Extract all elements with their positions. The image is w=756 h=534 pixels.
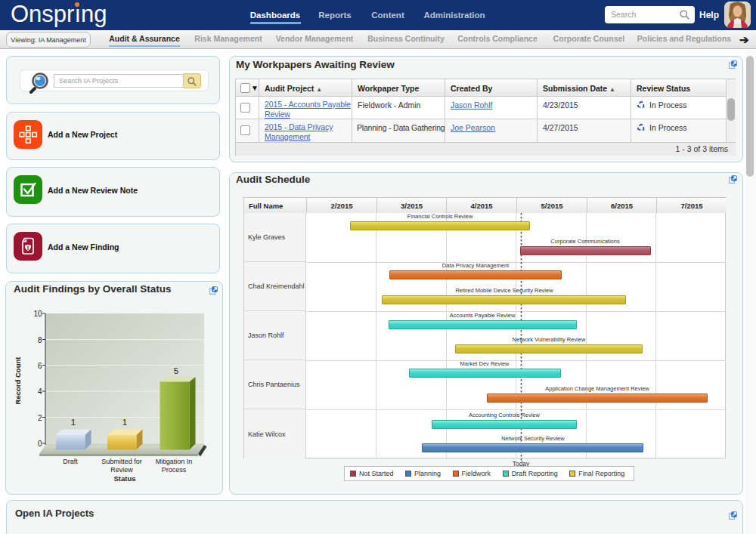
svg-text:0: 0 <box>38 440 42 448</box>
svg-text:Review: Review <box>110 466 133 474</box>
svg-text:4: 4 <box>38 387 42 396</box>
svg-text:8: 8 <box>38 336 42 344</box>
svg-text:6: 6 <box>38 362 42 370</box>
svg-text:Record Count: Record Count <box>14 357 22 405</box>
svg-text:Draft: Draft <box>63 458 78 465</box>
svg-text:Mitigation In: Mitigation In <box>156 458 193 465</box>
svg-text:1: 1 <box>122 418 127 427</box>
svg-text:5: 5 <box>174 366 178 375</box>
svg-text:10: 10 <box>33 310 42 318</box>
svg-text:Status: Status <box>113 474 135 483</box>
svg-text:2: 2 <box>38 414 42 422</box>
svg-text:Process: Process <box>162 466 187 474</box>
svg-text:Submitted for: Submitted for <box>101 458 142 465</box>
svg-text:1: 1 <box>71 418 76 427</box>
